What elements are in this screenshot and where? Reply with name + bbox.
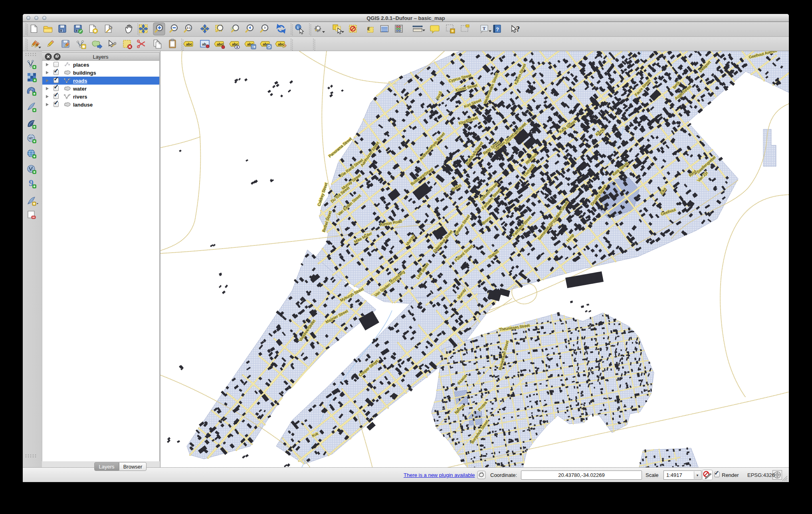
svg-text:1:1: 1:1: [186, 26, 190, 29]
svg-text:i: i: [297, 25, 299, 30]
svg-text:WT: WT: [29, 137, 34, 140]
svg-text:ε: ε: [367, 24, 370, 32]
svg-text:abc: abc: [217, 42, 223, 46]
svg-text:ab: ab: [202, 42, 206, 46]
svg-text:abc: abc: [278, 42, 284, 46]
svg-text:T: T: [483, 26, 486, 31]
svg-text:abc: abc: [186, 42, 192, 46]
svg-text:?: ?: [496, 26, 499, 32]
svg-text:?: ?: [516, 25, 520, 33]
